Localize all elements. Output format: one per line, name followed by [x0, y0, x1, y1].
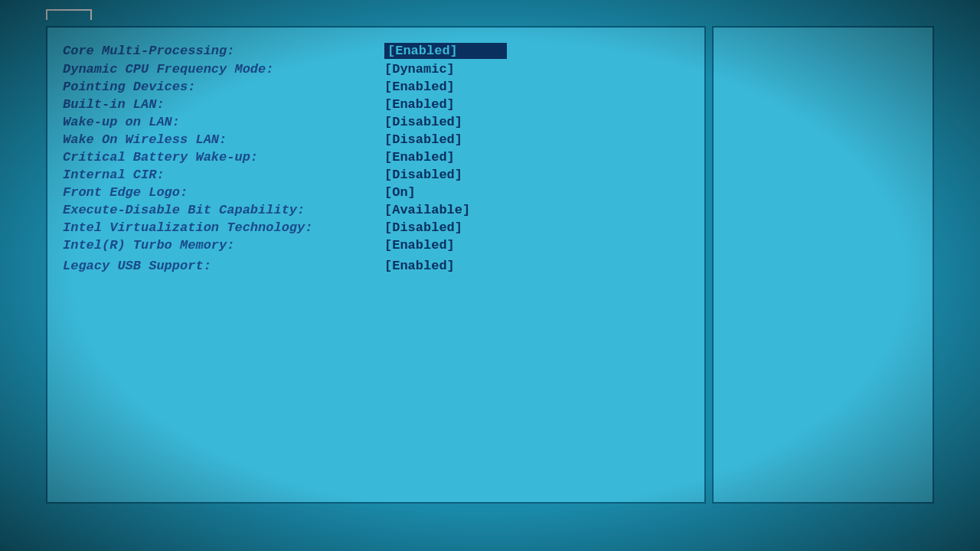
setting-row[interactable]: Execute-Disable Bit Capability:[Availabl…: [63, 203, 689, 217]
setting-value[interactable]: [Enabled]: [384, 259, 507, 273]
setting-row[interactable]: Internal CIR:[Disabled]: [63, 168, 689, 182]
menu-security[interactable]: [178, 9, 220, 20]
menu-advanced[interactable]: [92, 9, 135, 20]
setting-value[interactable]: [Enabled]: [384, 150, 507, 165]
setting-row[interactable]: Intel Virtualization Technology:[Disable…: [63, 220, 689, 235]
setting-value[interactable]: [Enabled]: [384, 80, 507, 94]
setting-label: Intel Virtualization Technology:: [63, 220, 384, 235]
setting-label: Core Multi-Processing:: [63, 44, 384, 58]
bios-title: [0, 0, 980, 9]
setting-row[interactable]: Wake On Wireless LAN:[Disabled]: [63, 132, 689, 147]
setting-label: Built-in LAN:: [63, 97, 384, 112]
main-panel: Core Multi-Processing:[Enabled]Dynamic C…: [46, 26, 706, 504]
setting-value[interactable]: [Dynamic]: [384, 62, 507, 77]
setting-label: Critical Battery Wake-up:: [63, 150, 384, 165]
setting-row[interactable]: Wake-up on LAN:[Disabled]: [63, 115, 689, 129]
setting-label: Internal CIR:: [63, 168, 384, 182]
setting-row[interactable]: Front Edge Logo:[On]: [63, 185, 689, 200]
menu-main[interactable]: [46, 9, 92, 20]
setting-label: Execute-Disable Bit Capability:: [63, 203, 384, 217]
setting-row[interactable]: Dynamic CPU Frequency Mode:[Dynamic]: [63, 62, 689, 77]
setting-row[interactable]: Critical Battery Wake-up:[Enabled]: [63, 150, 689, 165]
setting-value[interactable]: [Enabled]: [384, 43, 507, 59]
settings-table: Core Multi-Processing:[Enabled]Dynamic C…: [63, 43, 689, 273]
setting-value[interactable]: [On]: [384, 185, 507, 200]
setting-value[interactable]: [Disabled]: [384, 132, 507, 147]
setting-row[interactable]: Pointing Devices:[Enabled]: [63, 80, 689, 94]
setting-value[interactable]: [Enabled]: [384, 97, 507, 112]
menu-display[interactable]: [135, 9, 178, 20]
setting-row[interactable]: Legacy USB Support:[Enabled]: [63, 259, 689, 273]
setting-row[interactable]: Core Multi-Processing:[Enabled]: [63, 43, 689, 59]
menu-exit[interactable]: [263, 9, 306, 20]
menu-boot[interactable]: [220, 9, 263, 20]
setting-row[interactable]: Built-in LAN:[Enabled]: [63, 97, 689, 112]
setting-label: Dynamic CPU Frequency Mode:: [63, 62, 384, 77]
setting-label: Front Edge Logo:: [63, 185, 384, 200]
setting-label: Wake-up on LAN:: [63, 115, 384, 129]
setting-row[interactable]: Intel(R) Turbo Memory:[Enabled]: [63, 238, 689, 253]
setting-value[interactable]: [Enabled]: [384, 238, 507, 253]
right-panel: [712, 26, 934, 504]
setting-value[interactable]: [Available]: [384, 203, 507, 217]
setting-label: Legacy USB Support:: [63, 259, 384, 273]
setting-value[interactable]: [Disabled]: [384, 168, 507, 182]
content-area: Core Multi-Processing:[Enabled]Dynamic C…: [0, 20, 980, 510]
setting-label: Intel(R) Turbo Memory:: [63, 238, 384, 253]
menu-bar: [0, 9, 980, 20]
setting-value[interactable]: [Disabled]: [384, 220, 507, 235]
setting-value[interactable]: [Disabled]: [384, 115, 507, 129]
setting-label: Wake On Wireless LAN:: [63, 132, 384, 147]
setting-label: Pointing Devices:: [63, 80, 384, 94]
